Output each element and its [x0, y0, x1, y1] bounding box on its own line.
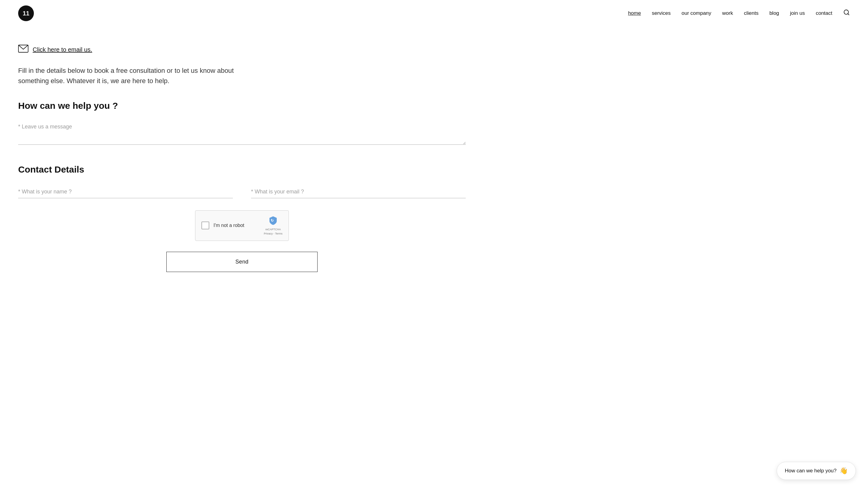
nav-item-blog[interactable]: blog: [769, 10, 779, 16]
recaptcha-checkbox[interactable]: [202, 222, 209, 229]
send-btn-row: Send: [18, 252, 466, 272]
name-input[interactable]: [18, 186, 233, 198]
nav-item-services[interactable]: services: [652, 10, 671, 16]
recaptcha-legal-text: Privacy - Terms: [264, 232, 282, 236]
search-button[interactable]: [843, 9, 850, 18]
help-section-title: How can we help you ?: [18, 101, 466, 111]
send-button[interactable]: Send: [166, 252, 318, 272]
contact-fields-row: [18, 186, 466, 198]
intro-text: Fill in the details below to book a free…: [18, 66, 260, 86]
nav-item-join-us[interactable]: join us: [790, 10, 805, 16]
recaptcha-brand-text: reCAPTCHA: [265, 228, 281, 231]
recaptcha-logo: ↻ reCAPTCHA Privacy - Terms: [264, 216, 282, 236]
search-icon: [843, 9, 850, 16]
nav-item-home[interactable]: home: [628, 10, 641, 16]
nav-item-our-company[interactable]: our company: [682, 10, 711, 16]
recaptcha-row: I'm not a robot ↻ reCAPTCHA Privacy - Te…: [18, 210, 466, 241]
name-field-wrapper: [18, 186, 233, 198]
email-field-wrapper: [251, 186, 466, 198]
nav-item-contact[interactable]: contact: [816, 10, 832, 16]
company-logo[interactable]: 11: [18, 5, 34, 21]
nav-item-work[interactable]: work: [722, 10, 733, 16]
email-icon: [18, 45, 28, 55]
email-link-row: Click here to email us.: [18, 45, 466, 55]
svg-text:↻: ↻: [271, 219, 274, 223]
message-textarea[interactable]: [18, 121, 466, 145]
recaptcha-label: I'm not a robot: [213, 223, 259, 228]
recaptcha-box[interactable]: I'm not a robot ↻ reCAPTCHA Privacy - Te…: [195, 210, 289, 241]
main-nav: home services our company work clients b…: [628, 9, 850, 18]
contact-section-title: Contact Details: [18, 165, 466, 175]
email-link[interactable]: Click here to email us.: [33, 46, 92, 53]
email-input[interactable]: [251, 186, 466, 198]
nav-item-clients[interactable]: clients: [744, 10, 758, 16]
svg-line-1: [848, 14, 849, 15]
recaptcha-icon: ↻: [268, 216, 278, 227]
main-content: Click here to email us. Fill in the deta…: [0, 27, 484, 296]
